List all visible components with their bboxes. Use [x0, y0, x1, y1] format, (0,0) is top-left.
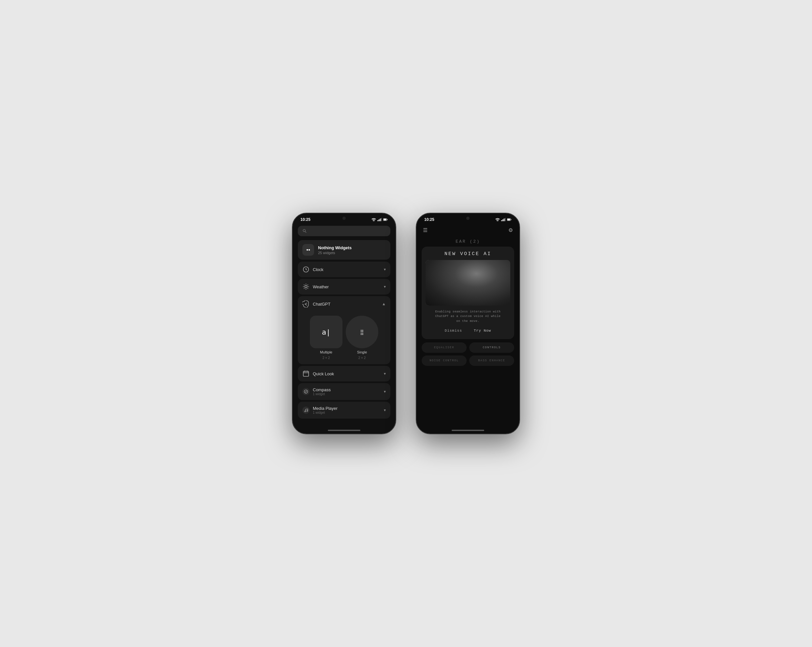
- widget-thumb-single: ⣿: [346, 316, 378, 348]
- svg-line-20: [304, 288, 304, 289]
- camera-notch-right: [466, 217, 470, 220]
- settings-icon[interactable]: ⚙: [508, 227, 513, 233]
- widget-thumb-multiple: a|: [310, 316, 342, 348]
- controls-button[interactable]: CONTROLS: [469, 342, 514, 353]
- nothing-dots-icon: [305, 247, 311, 253]
- svg-rect-3: [381, 218, 382, 221]
- category-clock[interactable]: Clock ▾: [298, 262, 390, 277]
- cat-left-mediaplayer: Media Player 1 widget: [302, 406, 337, 414]
- menu-icon[interactable]: ☰: [423, 227, 427, 233]
- left-phone: 10:25: [292, 213, 396, 434]
- compass-sub: 1 widget: [313, 392, 331, 396]
- svg-point-28: [307, 410, 308, 412]
- quicklook-label: Quick Look: [313, 371, 334, 376]
- try-now-button[interactable]: Try Now: [471, 327, 494, 334]
- svg-rect-35: [507, 219, 510, 221]
- cat-left-chatgpt: ChatGPT: [302, 301, 330, 308]
- right-phone: 10:25 ☰ ⚙: [416, 213, 520, 434]
- mediaplayer-label: Media Player: [313, 406, 337, 411]
- chatgpt-label: ChatGPT: [313, 302, 330, 307]
- cat-left-weather: Weather: [302, 283, 329, 290]
- category-chatgpt[interactable]: ChatGPT ▲: [298, 296, 390, 312]
- home-bar-left: [328, 430, 360, 431]
- camera-notch: [342, 217, 346, 220]
- svg-rect-31: [504, 218, 505, 221]
- category-quicklook[interactable]: Quick Look ▾: [298, 366, 390, 381]
- svg-rect-1: [379, 219, 380, 221]
- chatgpt-chevron: ▲: [382, 302, 386, 306]
- widget-list: Nothing Widgets 25 widgets Clock ▾: [293, 240, 395, 419]
- compass-label: Compass: [313, 388, 331, 392]
- search-icon: [302, 229, 307, 233]
- promo-title: NEW VOICE AI: [422, 247, 514, 260]
- status-icons-left: [371, 218, 388, 221]
- widget-multiple-label: Multiple: [320, 350, 332, 354]
- promo-description: Enabling seamless interaction withChatGP…: [422, 310, 514, 327]
- bass-enhance-button[interactable]: BASS ENHANCE: [469, 356, 514, 366]
- battery-icon: [383, 218, 388, 221]
- svg-point-7: [303, 229, 305, 232]
- svg-line-17: [304, 284, 304, 285]
- promo-card: NEW VOICE AI Enabling seamless interacti…: [422, 247, 514, 339]
- signal-icon: [377, 218, 382, 221]
- promo-actions: Dismiss Try Now: [422, 327, 514, 334]
- nothing-count: 25 widgets: [318, 251, 352, 255]
- svg-rect-5: [387, 219, 388, 220]
- cat-left-compass: Compass 1 widget: [302, 388, 331, 396]
- clock-chevron: ▾: [384, 267, 386, 272]
- svg-rect-6: [383, 219, 386, 221]
- battery-icon-right: [507, 218, 511, 221]
- nothing-name: Nothing Widgets: [318, 245, 352, 250]
- category-compass[interactable]: Compass 1 widget ▾: [298, 383, 390, 400]
- music-icon: [304, 408, 308, 412]
- noise-control-button[interactable]: NOISE CONTROL: [422, 356, 467, 366]
- weather-chevron: ▾: [384, 284, 386, 289]
- dot-matrix-display: EAR (2): [417, 236, 519, 247]
- promo-person-image: [426, 260, 510, 305]
- svg-point-10: [308, 249, 310, 251]
- cat-left-quicklook: Quick Look: [302, 370, 334, 377]
- equaliser-button[interactable]: EQUALISER: [422, 342, 467, 353]
- dismiss-button[interactable]: Dismiss: [442, 327, 465, 334]
- compass-icon: [304, 389, 308, 394]
- category-mediaplayer[interactable]: Media Player 1 widget ▾: [298, 402, 390, 419]
- svg-point-9: [307, 249, 308, 251]
- chatgpt-icon: [302, 301, 310, 308]
- quicklook-chevron: ▾: [384, 371, 386, 376]
- widget-text-cursor: a|: [322, 328, 331, 336]
- svg-marker-26: [305, 391, 307, 392]
- mediaplayer-chevron: ▾: [384, 408, 386, 412]
- search-bar[interactable]: [298, 226, 390, 236]
- signal-icon-right: [501, 218, 506, 221]
- svg-rect-21: [303, 371, 309, 377]
- sun-icon: [302, 283, 310, 290]
- widget-single[interactable]: ⣿ Single 2 × 2: [346, 316, 378, 360]
- widget-multiple[interactable]: a| Multiple 2 × 2: [310, 316, 342, 360]
- controls-grid: EQUALISER CONTROLS NOISE CONTROL BASS EN…: [422, 342, 514, 366]
- compass-chevron: ▾: [384, 389, 386, 394]
- svg-line-8: [305, 231, 306, 233]
- svg-point-12: [305, 285, 307, 288]
- left-screen: 10:25: [293, 214, 395, 433]
- promo-image: [426, 260, 510, 305]
- category-weather[interactable]: Weather ▾: [298, 279, 390, 295]
- svg-rect-2: [380, 218, 381, 221]
- widget-multiple-size: 2 × 2: [323, 356, 330, 360]
- compass-icon-wrapper: [302, 388, 310, 395]
- widget-single-size: 2 × 2: [359, 356, 366, 360]
- clock-label: Clock: [313, 267, 324, 272]
- cat-left-clock: Clock: [302, 266, 324, 273]
- time-left: 10:25: [301, 217, 311, 222]
- status-icons-right: [495, 218, 511, 221]
- wifi-icon: [371, 218, 376, 221]
- music-icon-wrapper: [302, 407, 310, 414]
- nothing-widgets-header[interactable]: Nothing Widgets 25 widgets: [298, 240, 390, 259]
- widget-single-label: Single: [357, 350, 367, 354]
- svg-rect-30: [502, 219, 504, 221]
- app-header: ☰ ⚙: [417, 223, 519, 236]
- compass-text: Compass 1 widget: [313, 388, 331, 396]
- svg-rect-32: [505, 218, 506, 221]
- home-bar-right: [452, 430, 484, 431]
- svg-rect-0: [377, 220, 378, 221]
- calendar-icon: [302, 370, 310, 377]
